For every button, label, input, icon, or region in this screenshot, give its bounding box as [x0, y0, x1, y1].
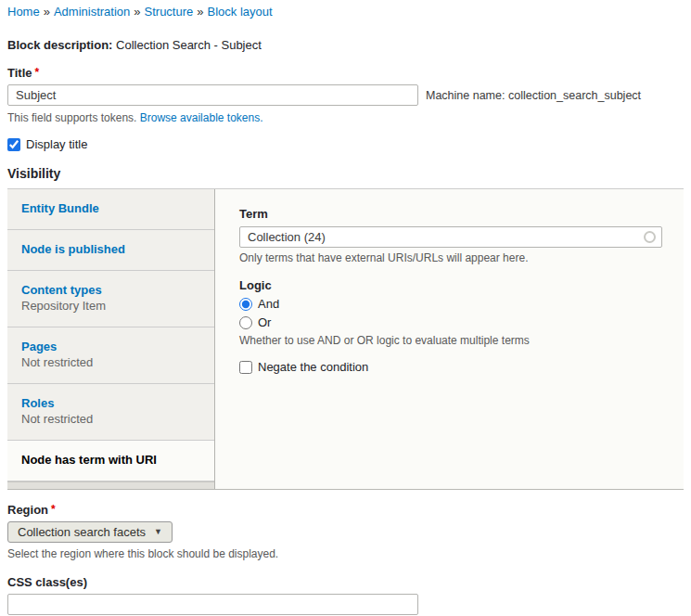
negate-condition-checkbox[interactable]	[239, 361, 252, 374]
browse-tokens-link[interactable]: Browse available tokens.	[140, 111, 263, 124]
term-autocomplete-input[interactable]	[239, 226, 662, 248]
tab-summary: Repository Item	[21, 300, 200, 313]
node-has-term-with-uri-pane: Term Only terms that have external URIs/…	[215, 189, 685, 489]
logic-label: Logic	[239, 278, 662, 293]
tab-node-is-published[interactable]: Node is published	[7, 230, 214, 271]
display-title-row: Display title	[7, 137, 684, 151]
breadcrumb-separator: »	[197, 5, 203, 19]
block-configure-form: Title* Machine name: collection_search_s…	[7, 66, 684, 616]
display-title-label: Display title	[26, 137, 87, 151]
tab-node-has-term-with-uri[interactable]: Node has term with URI	[7, 441, 214, 481]
title-description: This field supports tokens.	[7, 111, 136, 124]
tab-label: Node is published	[21, 242, 200, 256]
block-configure-page: Home»Administration»Structure»Block layo…	[0, 0, 691, 616]
negate-row: Negate the condition	[239, 360, 662, 374]
logic-or-radio[interactable]	[239, 316, 252, 329]
autocomplete-throbber-icon	[644, 231, 656, 243]
display-title-checkbox[interactable]	[7, 138, 20, 151]
tab-label: Roles	[21, 396, 200, 410]
negate-condition-label: Negate the condition	[258, 360, 368, 374]
logic-and-radio[interactable]	[239, 298, 252, 311]
tab-summary: Not restricted	[21, 413, 200, 426]
tab-label: Pages	[21, 340, 200, 353]
block-description: Block description: Collection Search - S…	[7, 38, 684, 52]
tab-entity-bundle[interactable]: Entity Bundle	[7, 189, 214, 230]
required-marker: *	[35, 66, 40, 79]
logic-and-label: And	[258, 297, 279, 312]
logic-and-row: And	[239, 297, 662, 312]
tab-label: Node has term with URI	[21, 453, 200, 467]
chevron-down-icon: ▼	[154, 527, 162, 536]
tab-content-types[interactable]: Content types Repository Item	[7, 271, 214, 327]
breadcrumb-block-layout-link[interactable]: Block layout	[208, 5, 273, 19]
tab-roles[interactable]: Roles Not restricted	[7, 384, 214, 441]
region-label: Region	[7, 503, 48, 518]
breadcrumb-structure-link[interactable]: Structure	[145, 5, 194, 19]
term-description: Only terms that have external URIs/URLs …	[239, 251, 662, 265]
title-input[interactable]	[7, 84, 418, 106]
breadcrumb-separator: »	[44, 5, 50, 19]
title-label: Title	[7, 66, 32, 81]
machine-name-text: Machine name: collection_search_subject	[426, 89, 641, 102]
css-classes-input[interactable]	[7, 594, 418, 615]
region-select-value: Collection search facets	[18, 525, 146, 539]
tab-label: Content types	[21, 283, 200, 297]
logic-or-label: Or	[258, 315, 271, 330]
required-marker: *	[51, 503, 56, 516]
tab-pages[interactable]: Pages Not restricted	[7, 327, 214, 384]
css-classes-label: CSS class(es)	[7, 575, 87, 590]
visibility-heading: Visibility	[7, 166, 684, 182]
logic-or-row: Or	[239, 315, 662, 330]
visibility-tabs-menu: Entity Bundle Node is published Content …	[7, 189, 215, 489]
breadcrumb: Home»Administration»Structure»Block layo…	[7, 5, 684, 19]
block-description-label: Block description:	[7, 38, 112, 52]
logic-description: Whether to use AND or OR logic to evalua…	[239, 334, 662, 348]
term-label: Term	[239, 207, 662, 222]
tab-partial-next[interactable]	[7, 481, 214, 489]
breadcrumb-separator: »	[134, 5, 140, 19]
tab-summary: Not restricted	[21, 356, 200, 369]
block-description-value: Collection Search - Subject	[116, 38, 262, 52]
region-description: Select the region where this block shoul…	[7, 547, 684, 561]
tab-label: Entity Bundle	[21, 201, 200, 215]
visibility-vertical-tabs: Entity Bundle Node is published Content …	[7, 188, 684, 490]
region-select[interactable]: Collection search facets ▼	[7, 521, 173, 543]
breadcrumb-administration-link[interactable]: Administration	[54, 5, 130, 19]
breadcrumb-home-link[interactable]: Home	[7, 5, 40, 19]
